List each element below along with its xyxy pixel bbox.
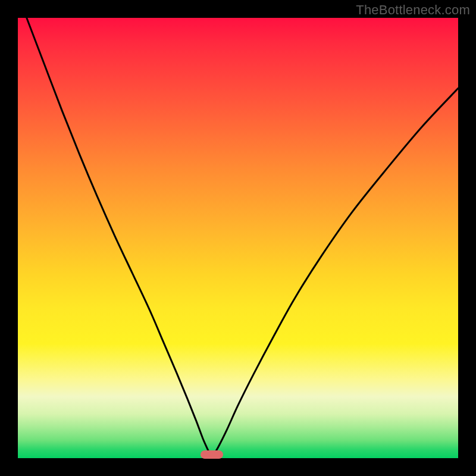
plot-area	[18, 18, 458, 458]
curve-left-branch	[27, 18, 212, 458]
curve-layer	[18, 18, 458, 458]
chart-frame: TheBottleneck.com	[0, 0, 476, 476]
watermark-text: TheBottleneck.com	[356, 2, 470, 18]
curve-right-branch	[212, 88, 458, 458]
minimum-marker	[201, 450, 223, 459]
